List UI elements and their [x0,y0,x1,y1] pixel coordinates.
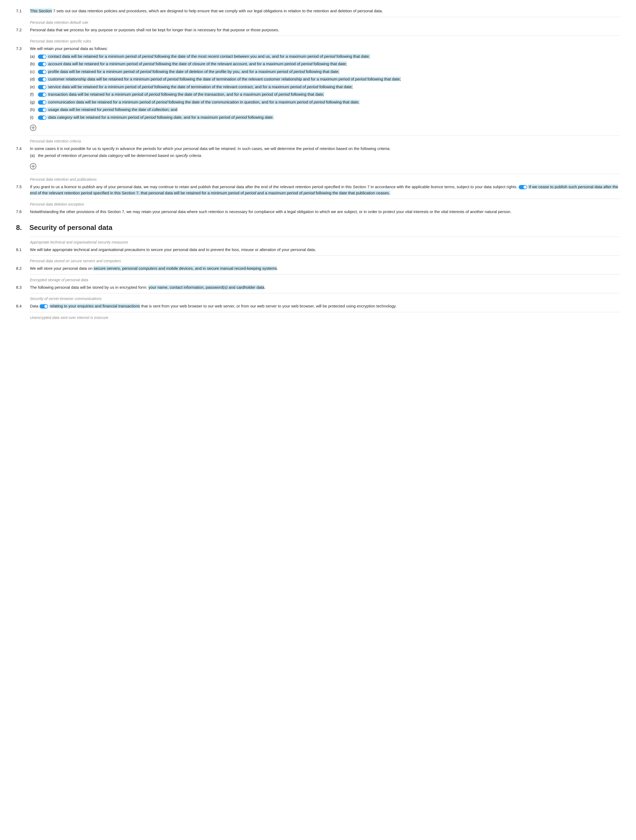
label-8-2: Personal data stored on secure servers a… [30,258,620,264]
label-8-4: Security of server-browser communication… [30,296,620,302]
add-subclause-7-3[interactable] [30,125,620,133]
clause-num-7-6: 7.6 [16,209,30,215]
section-8-title: Security of personal data [29,223,112,233]
sub-num-7-3-d: (d) [30,76,38,82]
toggle-7-3-i[interactable] [38,115,47,120]
sub-content-7-3-b: account data will be retained for a mini… [38,61,620,67]
clause-num-8-1: 8.1 [16,247,30,253]
divider-8-2 [30,255,620,256]
label-retention-publications: Personal data retention and publications [30,177,620,182]
sub-content-7-3-i: data category will be retained for a min… [38,114,620,121]
toggle-7-3-e[interactable] [38,85,47,89]
clause-7-5: 7.5 If you grant to us a licence to publ… [16,184,620,196]
sub-content-7-3-g: communication data will be retained for … [38,99,620,105]
label-default-rule: Personal data retention default rule [30,20,620,25]
clause-text-7-3: We will retain your personal data as fol… [30,46,108,51]
clause-7-3: 7.3 We will retain your personal data as… [16,46,620,122]
clause-content-7-3: We will retain your personal data as fol… [30,46,620,122]
toggle-7-3-h[interactable] [38,108,47,112]
sub-clause-7-3-a: (a) contact data will be retained for a … [30,54,620,60]
label-deletion-exception: Personal data deletion exception [30,202,620,207]
clause-8-2: 8.2 We will store your personal data on … [16,265,620,272]
divider-1 [30,17,620,17]
sub-content-7-3-d: customer relationship data will be retai… [38,76,620,82]
sub-content-7-3-h: usage data will be retained for period f… [38,107,620,113]
clause-text-8-3: The following personal data will be stor… [30,285,265,289]
sub-clause-7-3-i: (i) data category will be retained for a… [30,114,620,121]
clause-num-7-1: 7.1 [16,8,30,14]
sub-clause-7-3-b: (b) account data will be retained for a … [30,61,620,67]
clause-num-8-3: 8.3 [16,284,30,291]
sub-clause-7-3-f: (f) transaction data will be retained fo… [30,92,620,98]
clause-content-7-2: Personal data that we process for any pu… [30,27,620,33]
label-8-1: Appropriate technical and organisational… [30,240,620,245]
sub-content-7-3-c: profile data will be retained for a mini… [38,69,620,75]
sub-num-7-3-e: (e) [30,84,38,90]
clause-num-7-4: 7.4 [16,146,30,160]
sub-num-7-3-c: (c) [30,69,38,75]
clause-content-7-5: If you grant to us a licence to publish … [30,184,620,196]
sub-clause-7-3-d: (d) customer relationship data will be r… [30,76,620,82]
clause-7-6: 7.6 Notwithstanding the other provisions… [16,209,620,215]
divider-8-1 [30,237,620,237]
sub-clause-7-3-c: (c) profile data will be retained for a … [30,69,620,75]
toggle-7-3-a[interactable] [38,55,47,59]
clause-num-7-5: 7.5 [16,184,30,196]
label-8-5: Unencrypted data sent over internet is i… [30,315,620,321]
sub-num-7-4-a: (a) [30,153,38,159]
clause-8-1: 8.1 We will take appropriate technical a… [16,247,620,253]
sub-num-7-3-a: (a) [30,54,38,60]
clause-text-7-1: This Section 7 sets out our data retenti… [30,9,383,13]
add-icon-7-4[interactable] [30,163,36,169]
clause-content-7-6: Notwithstanding the other provisions of … [30,209,620,215]
clause-8-4: 8.4 Data relating to your enquiries and … [16,303,620,309]
clause-8-3: 8.3 The following personal data will be … [16,284,620,291]
clause-content-8-2: We will store your personal data on secu… [30,265,620,272]
sub-clause-7-3-h: (h) usage data will be retained for peri… [30,107,620,113]
toggle-7-3-g[interactable] [38,100,47,104]
divider-3 [30,136,620,136]
section-8-num: 8. [16,223,29,233]
clause-num-7-3: 7.3 [16,46,30,122]
divider-8-3 [30,274,620,275]
clause-text-7-6: Notwithstanding the other provisions of … [30,209,512,214]
clause-content-8-1: We will take appropriate technical and o… [30,247,620,253]
sub-num-7-3-g: (g) [30,99,38,105]
toggle-7-5[interactable] [519,185,527,189]
sub-content-7-3-e: service data will be retained for a mini… [38,84,620,90]
sub-content-7-4-a: the period of retention of personal data… [38,153,620,159]
clause-content-7-1: This Section 7 sets out our data retenti… [30,8,620,14]
clause-text-8-1: We will take appropriate technical and o… [30,247,316,252]
add-subclause-7-4[interactable] [30,163,620,171]
clause-text-7-5: If you grant to us a licence to publish … [30,185,618,195]
clause-content-7-4: In some cases it is not possible for us … [30,146,620,160]
label-8-3: Encrypted storage of personal data [30,277,620,283]
toggle-7-3-f[interactable] [38,93,47,97]
label-specific-rules: Personal data retention specific rules [30,38,620,44]
sub-content-7-3-a: contact data will be retained for a mini… [38,54,620,60]
clause-text-7-2: Personal data that we process for any pu… [30,28,279,32]
sub-clause-7-4-a: (a) the period of retention of personal … [30,153,620,159]
label-retention-criteria: Personal data retention criteria [30,139,620,144]
clause-text-8-4: Data relating to your enquiries and fina… [30,304,397,308]
clause-content-8-4: Data relating to your enquiries and fina… [30,303,620,309]
sub-num-7-3-f: (f) [30,92,38,98]
sub-num-7-3-b: (b) [30,61,38,67]
divider-5 [30,199,620,199]
sub-content-7-3-f: transaction data will be retained for a … [38,92,620,98]
toggle-7-3-d[interactable] [38,77,47,82]
sub-clause-7-3-g: (g) communication data will be retained … [30,99,620,105]
toggle-7-3-b[interactable] [38,62,47,66]
clause-num-8-4: 8.4 [16,303,30,309]
toggle-7-3-c[interactable] [38,70,47,74]
sub-num-7-3-i: (i) [30,114,38,121]
add-icon-7-3[interactable] [30,125,36,131]
section-8-heading: 8. Security of personal data [16,223,620,233]
clause-7-2: 7.2 Personal data that we process for an… [16,27,620,33]
clause-7-1: 7.1 This Section 7 sets out our data ret… [16,8,620,14]
clause-7-4: 7.4 In some cases it is not possible for… [16,146,620,160]
clause-text-7-4: In some cases it is not possible for us … [30,146,390,151]
toggle-8-4[interactable] [39,304,48,308]
sub-clause-7-3-e: (e) service data will be retained for a … [30,84,620,90]
sub-num-7-3-h: (h) [30,107,38,113]
